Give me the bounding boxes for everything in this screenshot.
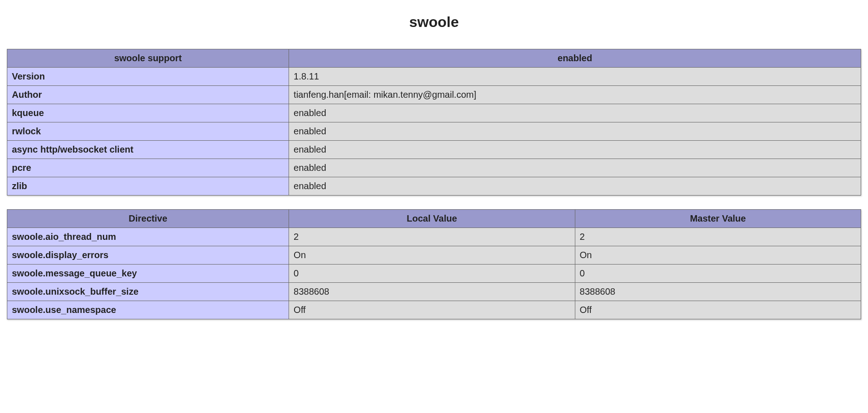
directive-master: Off	[575, 301, 861, 319]
table-row: async http/websocket client enabled	[7, 141, 861, 159]
page-title: swoole	[7, 14, 861, 31]
directive-name: swoole.use_namespace	[7, 301, 289, 319]
directive-master: 2	[575, 228, 861, 246]
directive-local: 8388608	[289, 283, 575, 301]
directive-name: swoole.display_errors	[7, 246, 289, 265]
table-row: kqueue enabled	[7, 104, 861, 122]
directive-header-directive: Directive	[7, 210, 289, 228]
info-key: kqueue	[7, 104, 289, 122]
directive-local: Off	[289, 301, 575, 319]
directive-master: 0	[575, 265, 861, 283]
info-value: enabled	[289, 122, 861, 141]
info-value: enabled	[289, 104, 861, 122]
info-value: enabled	[289, 177, 861, 196]
table-row: swoole.use_namespace Off Off	[7, 301, 861, 319]
directive-name: swoole.unixsock_buffer_size	[7, 283, 289, 301]
directive-table: Directive Local Value Master Value swool…	[7, 209, 861, 319]
directive-header-master: Master Value	[575, 210, 861, 228]
directive-name: swoole.message_queue_key	[7, 265, 289, 283]
directive-master: 8388608	[575, 283, 861, 301]
info-value: enabled	[289, 141, 861, 159]
table-row: swoole.message_queue_key 0 0	[7, 265, 861, 283]
table-row: rwlock enabled	[7, 122, 861, 141]
info-table: swoole support enabled Version 1.8.11 Au…	[7, 49, 861, 196]
directive-local: On	[289, 246, 575, 265]
info-key: pcre	[7, 159, 289, 177]
info-value: tianfeng.han[email: mikan.tenny@gmail.co…	[289, 86, 861, 104]
table-row: pcre enabled	[7, 159, 861, 177]
info-header-support: swoole support	[7, 49, 289, 68]
directive-local: 0	[289, 265, 575, 283]
info-key: async http/websocket client	[7, 141, 289, 159]
info-header-enabled: enabled	[289, 49, 861, 68]
info-key: rwlock	[7, 122, 289, 141]
directive-header-local: Local Value	[289, 210, 575, 228]
info-key: Version	[7, 68, 289, 86]
table-row: swoole.display_errors On On	[7, 246, 861, 265]
directive-master: On	[575, 246, 861, 265]
info-value: 1.8.11	[289, 68, 861, 86]
table-row: zlib enabled	[7, 177, 861, 196]
table-row: Version 1.8.11	[7, 68, 861, 86]
info-key: zlib	[7, 177, 289, 196]
info-key: Author	[7, 86, 289, 104]
directive-local: 2	[289, 228, 575, 246]
table-row: Author tianfeng.han[email: mikan.tenny@g…	[7, 86, 861, 104]
info-value: enabled	[289, 159, 861, 177]
directive-name: swoole.aio_thread_num	[7, 228, 289, 246]
table-row: swoole.aio_thread_num 2 2	[7, 228, 861, 246]
table-row: swoole.unixsock_buffer_size 8388608 8388…	[7, 283, 861, 301]
